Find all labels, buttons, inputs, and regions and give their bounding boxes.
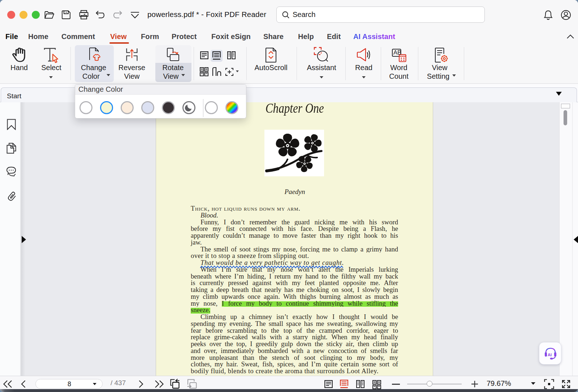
svg-text:AI: AI	[548, 353, 552, 357]
